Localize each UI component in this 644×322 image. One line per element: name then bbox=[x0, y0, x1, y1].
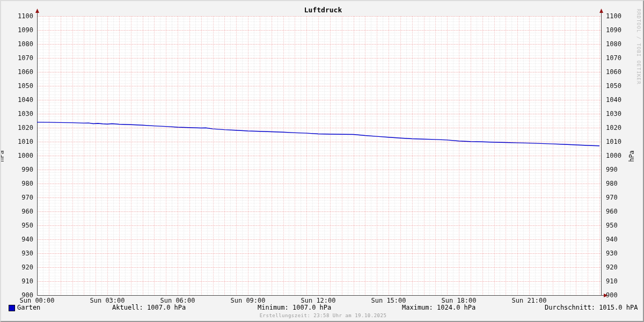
y-axis-tick-label-left: 950 bbox=[4, 222, 33, 229]
y-axis-tick-label-left: 1030 bbox=[4, 111, 33, 118]
stat-minimum: Minimum: 1007.0 hPa bbox=[258, 304, 331, 311]
y-axis-tick-label-left: 1050 bbox=[4, 83, 33, 90]
stat-maximum: Maximum: 1024.0 hPa bbox=[402, 304, 475, 311]
y-axis-tick-label-left: 910 bbox=[4, 278, 33, 285]
y-axis-tick-label-left: 980 bbox=[4, 180, 33, 187]
y-axis-tick-label-right: 980 bbox=[606, 180, 618, 187]
y-axis-tick-label-left: 1010 bbox=[4, 138, 33, 145]
generation-timestamp: Erstellungszeit: 23:58 Uhr am 19.10.2025 bbox=[1, 313, 644, 318]
y-axis-tick-label-left: 1060 bbox=[4, 69, 33, 76]
y-axis-tick-label-right: 930 bbox=[606, 250, 618, 257]
y-axis-tick-label-right: 970 bbox=[606, 194, 618, 201]
y-axis-tick-label-left: 1100 bbox=[4, 13, 33, 20]
y-axis-tick-label-right: 1040 bbox=[606, 97, 621, 104]
rrdtool-watermark: RRDTOOL / TOBI OETIKER bbox=[635, 9, 641, 84]
y-axis-tick-label-right: 900 bbox=[606, 292, 618, 299]
y-axis-tick-label-right: 1010 bbox=[606, 138, 621, 145]
y-axis-tick-label-left: 1080 bbox=[4, 41, 33, 48]
stat-aktuell: Aktuell: 1007.0 hPa bbox=[112, 304, 186, 311]
y-axis-tick-label-left: 960 bbox=[4, 208, 33, 215]
rrdtool-pressure-graph: Luftdruck hPa hPa RRDTOOL / TOBI OETIKER… bbox=[0, 0, 644, 322]
y-axis-tick-label-right: 1070 bbox=[606, 55, 621, 62]
y-axis-tick-label-left: 990 bbox=[4, 166, 33, 173]
y-axis-tick-label-right: 990 bbox=[606, 166, 618, 173]
y-axis-tick-label-left: 930 bbox=[4, 250, 33, 257]
y-axis-tick-label-left: 1020 bbox=[4, 125, 33, 131]
y-axis-tick-label-right: 910 bbox=[606, 278, 618, 285]
y-axis-tick-label-left: 940 bbox=[4, 236, 33, 243]
chart-title: Luftdruck bbox=[1, 6, 644, 14]
y-axis-tick-label-left: 1000 bbox=[4, 152, 33, 159]
y-axis-tick-label-right: 940 bbox=[606, 236, 618, 243]
y-axis-tick-label-right: 920 bbox=[606, 264, 618, 271]
series-color-swatch bbox=[9, 305, 15, 311]
y-axis-tick-label-right: 1000 bbox=[606, 152, 621, 159]
y-axis-tick-label-right: 1100 bbox=[606, 13, 621, 20]
y-axis-tick-label-left: 920 bbox=[4, 264, 33, 271]
y-axis-tick-label-right: 1060 bbox=[606, 69, 621, 76]
y-axis-tick-label-right: 960 bbox=[606, 208, 618, 215]
legend-row: Garten Aktuell: 1007.0 hPa Minimum: 1007… bbox=[1, 303, 644, 312]
chart-plot-canvas bbox=[1, 1, 644, 322]
y-axis-tick-label-left: 1090 bbox=[4, 27, 33, 34]
y-axis-tick-label-left: 970 bbox=[4, 194, 33, 201]
y-axis-tick-label-right: 1080 bbox=[606, 41, 621, 48]
series-name-label: Garten bbox=[17, 304, 40, 311]
y-axis-tick-label-left: 1040 bbox=[4, 97, 33, 104]
y-axis-tick-label-right: 1090 bbox=[606, 27, 621, 34]
y-axis-tick-label-left: 1070 bbox=[4, 55, 33, 62]
y-axis-tick-label-right: 1030 bbox=[606, 111, 621, 118]
y-axis-tick-label-right: 1020 bbox=[606, 125, 621, 131]
y-axis-unit-right: hPa bbox=[628, 150, 635, 162]
stat-durchschnitt: Durchschnitt: 1015.0 hPA bbox=[545, 304, 638, 311]
y-axis-tick-label-right: 950 bbox=[606, 222, 618, 229]
y-axis-tick-label-right: 1050 bbox=[606, 83, 621, 90]
